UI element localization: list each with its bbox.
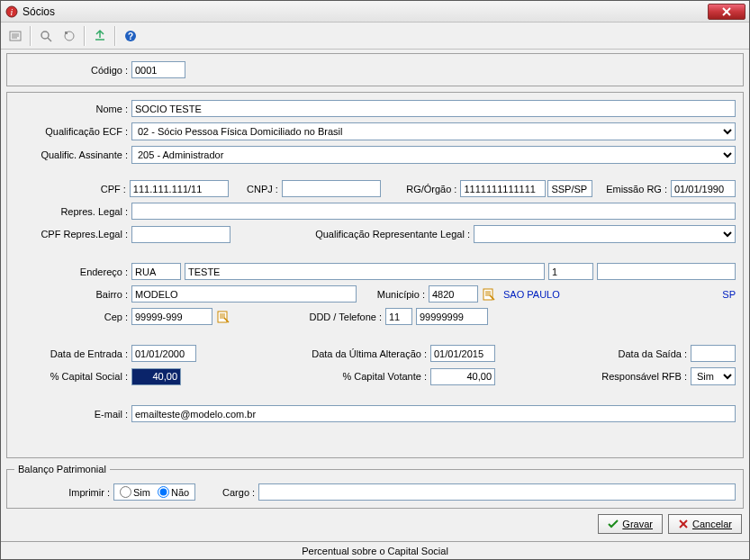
cnpj-input[interactable] (282, 180, 381, 197)
statusbar: Percentual sobre o Capital Social (1, 541, 749, 559)
capital-social-input[interactable] (131, 368, 181, 385)
toolbar-btn-3[interactable] (59, 25, 80, 47)
cpf-label: CPF : (14, 184, 130, 194)
emissao-rg-label: Emissão RG : (592, 184, 671, 194)
endereco-numero-input[interactable] (548, 263, 593, 280)
panel-codigo: Código : (6, 53, 744, 86)
imprimir-sim-radio[interactable]: Sim (120, 486, 150, 498)
capital-social-label: % Capital Social : (14, 371, 131, 382)
codigo-label: Código : (14, 65, 131, 76)
svg-rect-14 (483, 289, 492, 300)
cpf-repres-label: CPF Repres.Legal : (14, 229, 131, 239)
qualif-assinante-label: Qualific. Assinante : (14, 149, 131, 160)
window-title: Sócios (23, 5, 708, 18)
repres-legal-label: Repres. Legal : (14, 206, 131, 217)
imprimir-radio-group: Sim Não (113, 483, 195, 501)
bairro-label: Bairro : (14, 289, 131, 300)
x-icon (678, 519, 689, 529)
balanco-legend: Balanço Patrimonial (14, 464, 110, 474)
window: i Sócios ? Código : (0, 0, 750, 560)
emissao-rg-input[interactable] (671, 180, 736, 197)
svg-text:i: i (11, 7, 14, 17)
rg-label: RG/Órgão : (381, 184, 461, 194)
svg-point-8 (41, 32, 49, 39)
data-ultima-alt-input[interactable] (430, 345, 495, 362)
email-input[interactable] (131, 405, 736, 422)
close-button[interactable] (708, 4, 745, 20)
municipio-uf-text: SP (714, 289, 736, 300)
ddd-input[interactable] (385, 308, 412, 325)
app-icon: i (5, 5, 19, 19)
toolbar: ? (1, 23, 749, 50)
cpf-input[interactable] (130, 180, 229, 197)
bairro-input[interactable] (131, 285, 357, 303)
toolbar-btn-help[interactable]: ? (120, 25, 141, 47)
repres-legal-input[interactable] (131, 203, 736, 220)
email-label: E-mail : (14, 409, 131, 420)
data-saida-label: Data da Saída : (592, 348, 691, 359)
cancelar-button[interactable]: Cancelar (668, 514, 742, 534)
statusbar-text: Percentual sobre o Capital Social (302, 546, 448, 556)
data-saida-input[interactable] (691, 345, 736, 362)
rg-input[interactable] (460, 180, 546, 197)
data-ultima-alt-label: Data da Última Alteração : (196, 348, 430, 359)
capital-votante-input[interactable] (430, 368, 495, 385)
municipio-label: Município : (357, 289, 429, 300)
toolbar-separator (114, 26, 116, 46)
rg-orgao-input[interactable] (547, 180, 592, 197)
titlebar: i Sócios (1, 1, 749, 23)
qualif-repres-label: Qualificação Representante Legal : (230, 229, 474, 239)
responsavel-rfb-select[interactable]: Sim (691, 367, 736, 385)
cep-label: Cep : (14, 312, 131, 322)
imprimir-nao-radio[interactable]: Não (158, 486, 189, 498)
svg-text:?: ? (128, 32, 133, 41)
imprimir-label: Imprimir : (14, 487, 113, 498)
municipio-codigo-input[interactable] (429, 285, 478, 303)
cpf-repres-input[interactable] (131, 226, 230, 243)
municipio-lookup-icon[interactable] (480, 285, 498, 303)
svg-line-9 (48, 38, 51, 41)
cargo-label: Cargo : (195, 487, 258, 498)
telefone-input[interactable] (416, 308, 488, 325)
codigo-input[interactable] (131, 61, 185, 78)
toolbar-btn-2[interactable] (35, 25, 57, 47)
municipio-nome-text: SAO PAULO (498, 289, 714, 300)
endereco-complemento-input[interactable] (597, 263, 736, 280)
nome-input[interactable] (131, 100, 736, 117)
fieldset-balanco: Balanço Patrimonial Imprimir : Sim Não C… (6, 464, 744, 509)
qualif-repres-select[interactable] (474, 225, 736, 243)
gravar-button[interactable]: Gravar (598, 514, 663, 534)
nome-label: Nome : (14, 104, 131, 114)
panel-main: Nome : Qualificação ECF : 02 - Sócio Pes… (6, 92, 744, 458)
endereco-tipo-input[interactable] (131, 263, 181, 280)
endereco-logradouro-input[interactable] (185, 263, 545, 280)
responsavel-rfb-label: Responsável RFB : (592, 371, 691, 382)
toolbar-separator (30, 26, 32, 46)
svg-rect-18 (218, 312, 227, 322)
endereco-label: Endereço : (14, 266, 131, 277)
cep-input[interactable] (131, 308, 212, 325)
svg-rect-11 (65, 32, 68, 34)
ddd-tel-label: DDD / Telefone : (232, 312, 385, 322)
toolbar-btn-1[interactable] (5, 25, 26, 47)
cep-lookup-icon[interactable] (214, 308, 232, 325)
qualif-assinante-select[interactable]: 205 - Administrador (131, 146, 736, 164)
cnpj-label: CNPJ : (229, 184, 282, 194)
toolbar-btn-4[interactable] (89, 25, 111, 47)
check-icon (608, 519, 619, 529)
button-row: Gravar Cancelar (6, 512, 744, 537)
capital-votante-label: % Capital Votante : (181, 371, 430, 382)
qualif-ecf-label: Qualificação ECF : (14, 126, 131, 137)
data-entrada-input[interactable] (131, 345, 196, 362)
toolbar-separator (84, 26, 86, 46)
qualif-ecf-select[interactable]: 02 - Sócio Pessoa Física Domiciliado no … (131, 122, 736, 140)
data-entrada-label: Data de Entrada : (14, 348, 131, 359)
cargo-input[interactable] (258, 483, 736, 501)
